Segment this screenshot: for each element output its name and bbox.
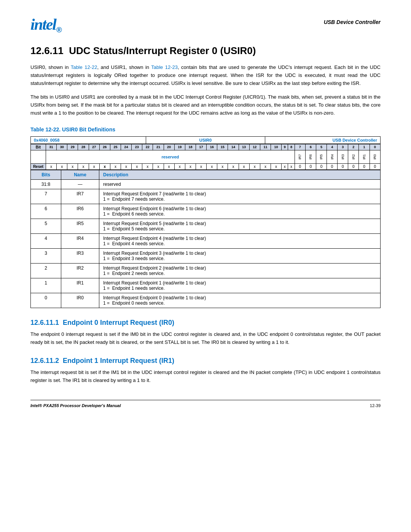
- reset-x-4: x: [78, 163, 89, 169]
- table-title: Table 12-22. USIR0 Bit Definitions: [30, 126, 381, 133]
- register-name-label: USIR0: [199, 138, 212, 142]
- udc-label: USB Device Controller: [333, 138, 377, 142]
- bit-description: Interrupt Request Endpoint 3 (read/write…: [99, 248, 381, 263]
- reset-x-5: x: [89, 163, 99, 169]
- col-header-description: Description: [99, 170, 381, 179]
- bit-diagram: Bit 31 30 29 28 27 26 25 24 23 22 21 20 …: [30, 144, 381, 170]
- table-row: 3 IR3 Interrupt Request Endpoint 3 (read…: [31, 248, 381, 263]
- reset-x-18: x: [228, 163, 239, 169]
- bit-range: 31:8: [31, 179, 61, 189]
- bit-name: IR6: [61, 204, 99, 219]
- bit-range: 1: [31, 278, 61, 293]
- table-row: 31:8 — reserved: [31, 179, 381, 189]
- reset-x-9: x: [132, 163, 142, 169]
- bit-range: 7: [31, 189, 61, 204]
- table-row: 6 IR6 Interrupt Request Endpoint 6 (read…: [31, 204, 381, 219]
- reset-x-13: x: [174, 163, 185, 169]
- reset-0-5: 0: [338, 163, 348, 169]
- bit-name: IR0: [61, 293, 99, 308]
- bit-description: reserved: [99, 179, 381, 189]
- reset-x-6: x: [99, 163, 110, 169]
- reset-row: Reset x x x x x x x x x x x x x x x x x …: [31, 163, 381, 169]
- bit-description: Interrupt Request Endpoint 4 (read/write…: [99, 233, 381, 248]
- ir0-cell: IR0: [370, 150, 380, 163]
- table-row: 0 IR0 Interrupt Request Endpoint 0 (read…: [31, 293, 381, 308]
- bit-description: Interrupt Request Endpoint 1 (read/write…: [99, 278, 381, 293]
- reset-x-2: x: [57, 163, 67, 169]
- footer-page-number: 12-39: [370, 403, 381, 408]
- subsection-name-1: Endpoint 0 Interrupt Request (IR0): [63, 319, 174, 326]
- reset-x-20: x: [249, 163, 260, 169]
- bit-range: 3: [31, 248, 61, 263]
- section-number: 12.6.11: [30, 45, 64, 56]
- ir4-cell: IR4: [327, 150, 338, 163]
- bit-name: IR5: [61, 219, 99, 233]
- col-header-bits: Bits: [31, 170, 61, 179]
- subsection-title-2: 12.6.11.2 Endpoint 1 Interrupt Request (…: [30, 357, 381, 365]
- bit-name: IR1: [61, 278, 99, 293]
- body-paragraph-1: USIR0, shown in Table 12-22, and USIR1, …: [30, 64, 381, 87]
- page-header: intel® USB Device Controller: [30, 15, 381, 34]
- bit-description: Interrupt Request Endpoint 0 (read/write…: [99, 293, 381, 308]
- bit-number-table: Bit 31 30 29 28 27 26 25 24 23 22 21 20 …: [30, 144, 381, 170]
- body-paragraph-2: The bits in USIR0 and USIR1 are controll…: [30, 93, 381, 117]
- reserved-field: reserved: [46, 150, 295, 163]
- row-label-reserved: [31, 150, 46, 163]
- bit-range: 6: [31, 204, 61, 219]
- table-row: 1 IR1 Interrupt Request Endpoint 1 (read…: [31, 278, 381, 293]
- reset-x-23: x: [282, 163, 288, 169]
- bit-range: 4: [31, 233, 61, 248]
- reset-0-3: 0: [316, 163, 327, 169]
- ir5-cell: IR5: [316, 150, 327, 163]
- reset-x-19: x: [239, 163, 249, 169]
- reset-x-21: x: [260, 163, 271, 169]
- reset-x-3: x: [67, 163, 78, 169]
- bit-name: IR3: [61, 248, 99, 263]
- reset-x-10: x: [142, 163, 153, 169]
- bit-description: Interrupt Request Endpoint 2 (read/write…: [99, 263, 381, 278]
- reset-x-15: x: [196, 163, 206, 169]
- table-link-1[interactable]: Table 12-22: [71, 64, 97, 70]
- address-label: 0x4060_0058: [34, 138, 59, 142]
- subsection-title-1: 12.6.11.1 Endpoint 0 Interrupt Request (…: [30, 319, 381, 327]
- reset-0-1: 0: [295, 163, 305, 169]
- table-link-2[interactable]: Table 12-23: [151, 64, 178, 70]
- bit-definitions-table: Bits Name Description 31:8 — reserved 7 …: [30, 170, 381, 308]
- ir6-cell: IR6: [305, 150, 316, 163]
- col-header-name: Name: [61, 170, 99, 179]
- reset-0-7: 0: [359, 163, 370, 169]
- bit-name: IR7: [61, 189, 99, 204]
- bit-name: IR4: [61, 233, 99, 248]
- ir3-cell: IR3: [338, 150, 348, 163]
- intel-logo: intel®: [30, 15, 62, 34]
- bit-range: 2: [31, 263, 61, 278]
- subsection-name-2: Endpoint 1 Interrupt Request (IR1): [63, 357, 174, 364]
- subsection-body-2: The interrupt request bit is set if the …: [30, 369, 381, 385]
- subsection-number-2: 12.6.11.2: [30, 357, 59, 364]
- subsection-number-1: 12.6.11.1: [30, 319, 59, 326]
- ir2-cell: IR2: [348, 150, 359, 163]
- register-header-table: 0x4060_0058 USIR0 USB Device Controller: [30, 136, 381, 144]
- table-row: 4 IR4 Interrupt Request Endpoint 4 (read…: [31, 233, 381, 248]
- table-row: 5 IR5 Interrupt Request Endpoint 5 (read…: [31, 219, 381, 233]
- table-row: 2 IR2 Interrupt Request Endpoint 2 (read…: [31, 263, 381, 278]
- reset-x-1: x: [46, 163, 57, 169]
- reset-x-14: x: [185, 163, 196, 169]
- bit-range: 5: [31, 219, 61, 233]
- reset-x-11: x: [153, 163, 164, 169]
- bit-description: Interrupt Request Endpoint 6 (read/write…: [99, 204, 381, 219]
- header-product-name: USB Device Controller: [324, 15, 381, 25]
- ir7-cell: IR7: [295, 150, 305, 163]
- footer-title: Intel® PXA255 Processor Developer's Manu…: [30, 403, 121, 408]
- reset-0-6: 0: [348, 163, 359, 169]
- table-row: 7 IR7 Interrupt Request Endpoint 7 (read…: [31, 189, 381, 204]
- reset-x-12: x: [164, 163, 174, 169]
- reset-x-7: x: [110, 163, 121, 169]
- page: intel® USB Device Controller 12.6.11 UDC…: [0, 0, 411, 532]
- ir1-cell: IR1: [359, 150, 370, 163]
- page-footer: Intel® PXA255 Processor Developer's Manu…: [30, 400, 381, 408]
- bit-description: Interrupt Request Endpoint 5 (read/write…: [99, 219, 381, 233]
- reset-x-8: x: [121, 163, 131, 169]
- bit-name: IR2: [61, 263, 99, 278]
- reset-x-17: x: [217, 163, 228, 169]
